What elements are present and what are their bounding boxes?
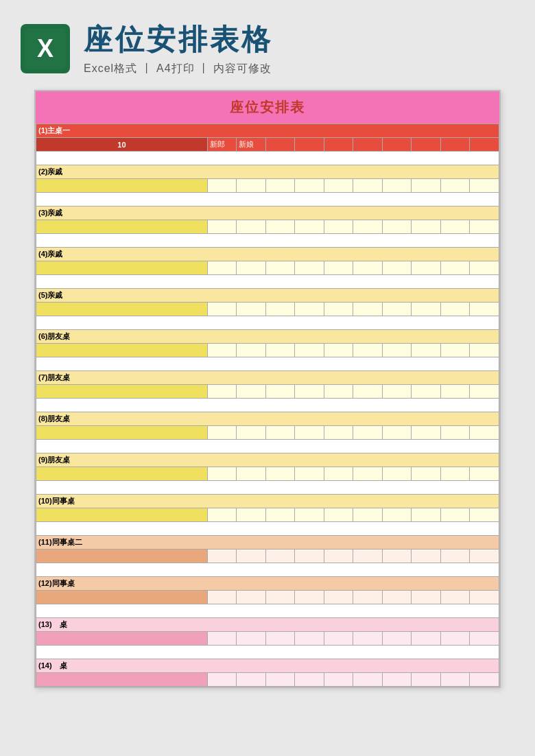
section-header-4: (4)亲戚 <box>36 248 499 261</box>
section-label-4: (4)亲戚 <box>36 248 499 261</box>
seat-13-1 <box>207 632 237 646</box>
section-header-2: (2)亲戚 <box>36 165 499 179</box>
seat-5-5 <box>324 303 353 316</box>
seat-14-5 <box>324 673 353 687</box>
seat-12-10 <box>470 591 499 604</box>
seat-5-6 <box>353 303 383 316</box>
seat-11-3 <box>265 550 295 563</box>
section-row-14 <box>36 673 499 687</box>
seat-9-6 <box>353 467 383 481</box>
seat-10-10 <box>470 508 499 522</box>
excel-logo: X <box>21 24 70 73</box>
seat-12-5 <box>324 591 353 604</box>
seat-3-4 <box>295 220 324 234</box>
seat-1-2: 新娘 <box>237 138 266 152</box>
spacer-3 <box>36 234 499 248</box>
section-label-12: (12)同事桌 <box>36 577 499 591</box>
section-label-13: (13) 桌 <box>36 618 499 632</box>
seat-num-12 <box>36 591 208 604</box>
section-label-5: (5)亲戚 <box>36 289 499 303</box>
seat-5-1 <box>207 303 237 316</box>
seat-8-8 <box>412 426 441 440</box>
excel-x-letter: X <box>37 34 54 63</box>
seat-7-9 <box>440 385 470 399</box>
seat-12-9 <box>440 591 470 604</box>
seat-4-3 <box>265 261 295 275</box>
seat-13-6 <box>353 632 383 646</box>
seat-11-1 <box>207 550 237 563</box>
page-main-title: 座位安排表格 <box>84 21 273 59</box>
section-header-6: (6)朋友桌 <box>36 330 499 344</box>
seat-num-2 <box>36 179 208 193</box>
seat-11-8 <box>412 550 441 563</box>
section-row-7 <box>36 385 499 399</box>
section-row-1: 10 新郎 新娘 <box>36 138 499 152</box>
seat-num-14 <box>36 673 208 687</box>
seat-3-3 <box>265 220 295 234</box>
seat-2-9 <box>440 179 470 193</box>
seat-2-2 <box>237 179 266 193</box>
seat-12-4 <box>295 591 324 604</box>
section-row-6 <box>36 344 499 357</box>
seat-2-3 <box>265 179 295 193</box>
seat-10-7 <box>382 508 412 522</box>
section-header-8: (8)朋友桌 <box>36 412 499 426</box>
seat-5-8 <box>412 303 441 316</box>
section-label-2: (2)亲戚 <box>36 165 499 179</box>
seat-6-3 <box>265 344 295 357</box>
section-header-12: (12)同事桌 <box>36 577 499 591</box>
seat-12-6 <box>353 591 383 604</box>
table-title: 座位安排表 <box>36 91 499 123</box>
seat-7-10 <box>470 385 499 399</box>
seat-8-10 <box>470 426 499 440</box>
seat-num-13 <box>36 632 208 646</box>
seat-10-6 <box>353 508 383 522</box>
seat-4-2 <box>237 261 266 275</box>
seat-3-2 <box>237 220 266 234</box>
seat-5-4 <box>295 303 324 316</box>
seat-12-3 <box>265 591 295 604</box>
seat-14-4 <box>295 673 324 687</box>
seat-num-5 <box>36 303 208 316</box>
seat-10-9 <box>440 508 470 522</box>
seat-3-5 <box>324 220 353 234</box>
seat-10-1 <box>207 508 237 522</box>
seat-num-10 <box>36 508 208 522</box>
seat-14-6 <box>353 673 383 687</box>
seat-12-7 <box>382 591 412 604</box>
section-label-7: (7)朋友桌 <box>36 371 499 385</box>
section-label-14: (14) 桌 <box>36 659 499 673</box>
seat-6-8 <box>412 344 441 357</box>
seat-12-1 <box>207 591 237 604</box>
seat-8-7 <box>382 426 412 440</box>
spacer-2 <box>36 193 499 206</box>
spacer-11 <box>36 563 499 577</box>
seat-9-7 <box>382 467 412 481</box>
seat-6-2 <box>237 344 266 357</box>
seat-2-1 <box>207 179 237 193</box>
seat-10-3 <box>265 508 295 522</box>
seat-13-5 <box>324 632 353 646</box>
seat-7-4 <box>295 385 324 399</box>
section-row-9 <box>36 467 499 481</box>
section-label-6: (6)朋友桌 <box>36 330 499 344</box>
seat-1-8 <box>412 138 441 152</box>
seat-10-2 <box>237 508 266 522</box>
seat-7-3 <box>265 385 295 399</box>
section-row-11 <box>36 550 499 563</box>
section-header-14: (14) 桌 <box>36 659 499 673</box>
section-row-8 <box>36 426 499 440</box>
seat-12-8 <box>412 591 441 604</box>
seat-2-10 <box>470 179 499 193</box>
seat-6-7 <box>382 344 412 357</box>
seat-12-2 <box>237 591 266 604</box>
seat-8-5 <box>324 426 353 440</box>
seat-11-2 <box>237 550 266 563</box>
seating-grid: (1)主桌一 10 新郎 新娘 (2)亲戚 <box>36 123 499 687</box>
section-label-10: (10)同事桌 <box>36 495 499 508</box>
seat-10-8 <box>412 508 441 522</box>
seat-11-10 <box>470 550 499 563</box>
section-label-9: (9)朋友桌 <box>36 453 499 467</box>
section-row-5 <box>36 303 499 316</box>
seat-4-10 <box>470 261 499 275</box>
